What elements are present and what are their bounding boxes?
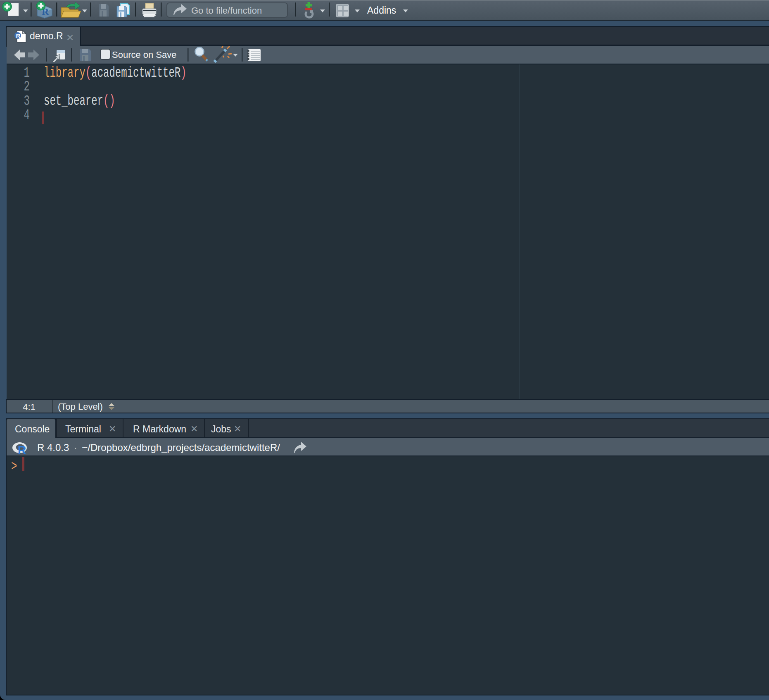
svg-text:R: R xyxy=(18,444,26,456)
svg-text:Go to file/function: Go to file/function xyxy=(191,5,262,16)
svg-text:Addins: Addins xyxy=(367,5,396,16)
svg-text:R: R xyxy=(16,32,21,39)
